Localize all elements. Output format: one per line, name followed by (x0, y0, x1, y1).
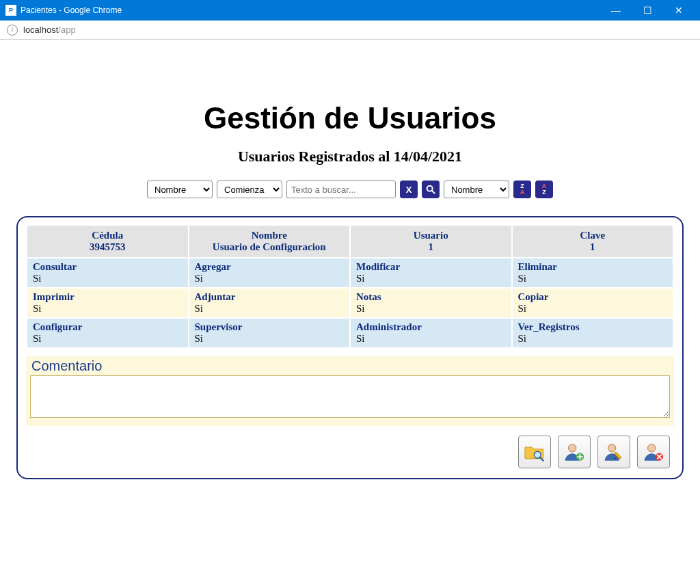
url-path: /app (58, 25, 75, 35)
address-bar[interactable]: i localhost/app (0, 21, 700, 40)
svg-point-9 (648, 444, 656, 452)
permission-value: Si (33, 303, 183, 315)
header-nombre-label: Nombre (195, 230, 345, 241)
permission-value: Si (33, 273, 183, 284)
permission-value: Si (195, 273, 345, 284)
window-titlebar: P Pacientes - Google Chrome — ☐ ✕ (0, 0, 700, 21)
search-input[interactable] (286, 181, 396, 198)
permission-label: Imprimir (33, 291, 183, 303)
permission-cell: AdministradorSi (351, 319, 511, 347)
user-panel: Cédula 3945753 Nombre Usuario de Configu… (16, 216, 684, 479)
permission-value: Si (195, 303, 345, 315)
permission-cell: CopiarSi (513, 289, 673, 317)
permission-value: Si (518, 303, 668, 315)
search-button[interactable] (422, 181, 440, 198)
sort-asc-button[interactable]: AZ (535, 181, 553, 198)
window-minimize-button[interactable]: — (600, 0, 632, 21)
permission-value: Si (33, 333, 183, 345)
permission-value: Si (356, 273, 506, 284)
header-nombre-value: Usuario de Configuracion (195, 241, 345, 253)
permission-label: Agregar (195, 261, 345, 273)
header-cedula-label: Cédula (33, 230, 183, 241)
permission-row: ImprimirSiAdjuntarSiNotasSiCopiarSi (27, 289, 673, 317)
permission-label: Copiar (518, 291, 668, 303)
add-user-button[interactable] (558, 436, 591, 468)
delete-user-button[interactable] (637, 436, 670, 468)
permission-cell: AgregarSi (189, 258, 350, 287)
permission-value: Si (518, 333, 668, 345)
permission-cell: ModificarSi (351, 258, 511, 287)
permission-cell: AdjuntarSi (189, 289, 350, 317)
header-usuario-label: Usuario (356, 230, 506, 241)
page-subtitle: Usuarios Registrados al 14/04/2021 (12, 148, 688, 165)
header-clave-value: 1 (518, 241, 668, 253)
comentario-section: Comentario (26, 356, 674, 426)
permission-label: Configurar (33, 321, 183, 333)
folder-search-icon (523, 440, 546, 464)
svg-point-0 (427, 186, 433, 191)
permission-label: Eliminar (518, 261, 668, 273)
filter-match-select[interactable]: Comienza (217, 181, 282, 198)
permission-cell: ConsultarSi (27, 258, 188, 287)
permission-cell: EliminarSi (513, 258, 673, 287)
comentario-label: Comentario (30, 358, 670, 374)
window-title: Pacientes - Google Chrome (21, 5, 122, 15)
svg-line-1 (432, 191, 435, 193)
permission-label: Adjuntar (195, 291, 345, 303)
user-add-icon (563, 440, 586, 464)
filter-field-select[interactable]: Nombre (147, 181, 213, 198)
permission-label: Ver_Registros (518, 321, 668, 333)
page-title: Gestión de Usuarios (12, 101, 688, 135)
permission-value: Si (518, 273, 668, 284)
header-usuario-value: 1 (356, 241, 506, 253)
window-close-button[interactable]: ✕ (663, 0, 695, 21)
sort-field-select[interactable]: Nombre (444, 181, 509, 198)
permission-cell: ConfigurarSi (27, 319, 188, 347)
header-cedula-value: 3945753 (33, 241, 183, 253)
svg-point-6 (608, 444, 616, 452)
header-clave-label: Clave (518, 230, 668, 241)
user-delete-icon (642, 440, 665, 464)
user-info-table: Cédula 3945753 Nombre Usuario de Configu… (26, 224, 674, 349)
site-info-icon[interactable]: i (7, 25, 18, 36)
svg-point-4 (569, 444, 576, 452)
permission-row: ConsultarSiAgregarSiModificarSiEliminarS… (27, 258, 673, 287)
permission-label: Consultar (33, 261, 183, 273)
permission-label: Notas (356, 291, 506, 303)
permission-cell: NotasSi (351, 289, 511, 317)
permission-cell: ImprimirSi (27, 289, 188, 317)
permission-value: Si (356, 333, 506, 345)
user-header-row: Cédula 3945753 Nombre Usuario de Configu… (27, 226, 673, 257)
view-user-button[interactable] (518, 436, 551, 468)
window-maximize-button[interactable]: ☐ (632, 0, 663, 21)
app-icon: P (5, 5, 16, 16)
search-icon (425, 184, 436, 195)
permission-cell: SupervisorSi (189, 319, 350, 347)
permission-label: Administrador (356, 321, 506, 333)
user-edit-icon (602, 440, 625, 464)
action-button-row (26, 436, 674, 468)
url-host: localhost (23, 25, 58, 35)
permission-value: Si (356, 303, 506, 315)
comentario-textarea[interactable] (30, 375, 670, 418)
permission-value: Si (195, 333, 345, 345)
filter-bar: Nombre Comienza X Nombre ZA AZ (12, 181, 688, 198)
edit-user-button[interactable] (597, 436, 630, 468)
permission-cell: Ver_RegistrosSi (513, 319, 673, 347)
permission-label: Modificar (356, 261, 506, 273)
sort-desc-button[interactable]: ZA (513, 181, 531, 198)
clear-search-button[interactable]: X (400, 181, 418, 198)
permission-row: ConfigurarSiSupervisorSiAdministradorSiV… (27, 319, 673, 347)
permission-label: Supervisor (195, 321, 345, 333)
